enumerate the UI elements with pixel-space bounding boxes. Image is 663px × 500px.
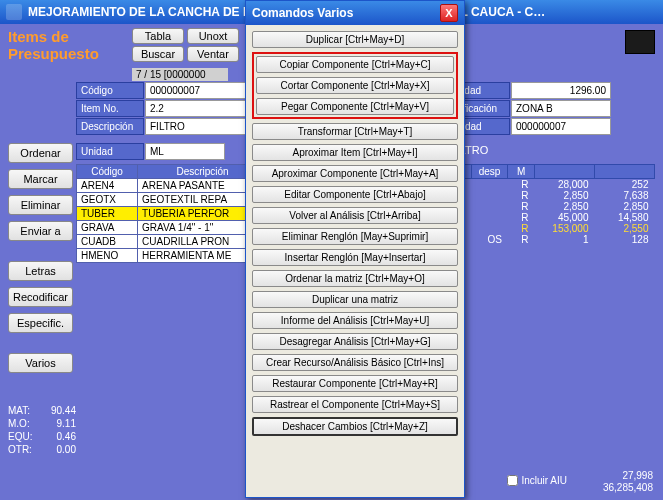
stat-value: 90.44 [40, 404, 76, 417]
unoxt-button[interactable]: Unoxt [187, 28, 239, 44]
value-cell [471, 212, 508, 223]
stats-panel: MAT:90.44M.O:9.11EQU:0.46OTR:0.00 [8, 404, 76, 456]
dialog-title: Comandos Varios [252, 6, 440, 20]
value-cell: 28,000 [535, 179, 595, 191]
col-desp-header[interactable]: desp [471, 165, 508, 179]
deshacer-cambios-button[interactable]: Deshacer Cambios [Ctrl+May+Z] [252, 417, 458, 436]
value-cell [471, 201, 508, 212]
value-cell [471, 223, 508, 234]
codigo-label: Código [76, 82, 144, 99]
component-code-cell[interactable]: GRAVA [77, 221, 138, 235]
tabla-button[interactable]: Tabla [132, 28, 184, 44]
stat-label: MAT: [8, 404, 40, 417]
left-action-panel: Ordenar Marcar Eliminar Enviar a Letras … [8, 143, 73, 373]
components-table: Código Descripción AREN4ARENA PASANTEGEO… [76, 164, 268, 263]
stat-value: 9.11 [40, 417, 76, 430]
dialog-body: Duplicar [Ctrl+May+D] Copiar Componente … [246, 25, 464, 442]
table-row[interactable]: CUADBCUADRILLA PRON [77, 235, 268, 249]
totals-panel: 27,998 36,285,408 [603, 470, 653, 494]
incluir-aiu-row: Incluir AIU [507, 475, 567, 486]
actividad-value[interactable]: 000000007 [511, 118, 611, 135]
value-cell: R [508, 201, 535, 212]
value-cell: 2,550 [595, 223, 655, 234]
status-indicator-box [625, 30, 655, 54]
volver-analisis-button[interactable]: Volver al Análisis [Ctrl+Arriba] [252, 207, 458, 224]
especific-button[interactable]: Especific. [8, 313, 73, 333]
pegar-componente-button[interactable]: Pegar Componente [Ctrl+May+V] [256, 98, 454, 115]
transformar-button[interactable]: Transformar [Ctrl+May+T] [252, 123, 458, 140]
buscar-button[interactable]: Buscar [132, 46, 184, 62]
value-cell [471, 190, 508, 201]
desagregar-analisis-button[interactable]: Desagregar Análisis [Ctrl+May+G] [252, 333, 458, 350]
page-heading: Items de Presupuesto [8, 28, 99, 62]
marcar-button[interactable]: Marcar [8, 169, 73, 189]
editar-componente-button[interactable]: Editar Componente [Ctrl+Abajo] [252, 186, 458, 203]
component-code-cell[interactable]: GEOTX [77, 193, 138, 207]
value-cell: R [508, 234, 535, 245]
component-code-cell[interactable]: CUADB [77, 235, 138, 249]
record-navigator[interactable]: 7 / 15 [0000000 [132, 68, 228, 81]
aproximar-item-button[interactable]: Aproximar Item [Ctrl+May+I] [252, 144, 458, 161]
stat-row: OTR:0.00 [8, 443, 76, 456]
app-icon [6, 4, 22, 20]
letras-button[interactable]: Letras [8, 261, 73, 281]
stat-value: 0.46 [40, 430, 76, 443]
heading-line2: Presupuesto [8, 45, 99, 62]
incluir-aiu-checkbox[interactable] [507, 475, 518, 486]
cantidad-value[interactable]: 1296.00 [511, 82, 611, 99]
value-cell: 1 [535, 234, 595, 245]
informe-analisis-button[interactable]: Informe del Análisis [Ctrl+May+U] [252, 312, 458, 329]
table-row[interactable]: TUBERTUBERIA PERFOR [77, 207, 268, 221]
ordenar-button[interactable]: Ordenar [8, 143, 73, 163]
unidad-value[interactable]: ML [145, 143, 225, 160]
recodificar-button[interactable]: Recodificar [8, 287, 73, 307]
value-cell: 252 [595, 179, 655, 191]
aproximar-componente-button[interactable]: Aproximar Componente [Ctrl+May+A] [252, 165, 458, 182]
col-m-header[interactable]: M [508, 165, 535, 179]
stat-label: M.O: [8, 417, 40, 430]
duplicar-button[interactable]: Duplicar [Ctrl+May+D] [252, 31, 458, 48]
table-row[interactable]: GEOTXGEOTEXTIL REPA [77, 193, 268, 207]
value-cell: 2,850 [535, 190, 595, 201]
table-row[interactable]: HMENOHERRAMIENTA ME [77, 249, 268, 263]
ordenar-matriz-button[interactable]: Ordenar la matriz [Ctrl+May+O] [252, 270, 458, 287]
value-cell: 153,000 [535, 223, 595, 234]
descripcion-label: Descripción [76, 118, 144, 135]
stat-row: EQU:0.46 [8, 430, 76, 443]
insertar-renglon-button[interactable]: Insertar Renglón [May+Insertar] [252, 249, 458, 266]
table-row[interactable]: GRAVAGRAVA 1/4" - 1" [77, 221, 268, 235]
duplicar-matriz-button[interactable]: Duplicar una matriz [252, 291, 458, 308]
unidad-row: Unidad ML [76, 143, 225, 160]
value-cell: R [508, 223, 535, 234]
value-cell [471, 179, 508, 191]
component-code-cell[interactable]: AREN4 [77, 179, 138, 193]
enviar-a-button[interactable]: Enviar a [8, 221, 73, 241]
highlighted-group: Copiar Componente [Ctrl+May+C] Cortar Co… [252, 52, 458, 119]
clasificacion-value[interactable]: ZONA B [511, 100, 611, 117]
value-cell: 2,850 [595, 201, 655, 212]
stat-row: M.O:9.11 [8, 417, 76, 430]
table-row[interactable]: AREN4ARENA PASANTE [77, 179, 268, 193]
unidad-label: Unidad [76, 143, 144, 160]
incluir-aiu-label: Incluir AIU [521, 475, 567, 486]
value-cell: R [508, 190, 535, 201]
varios-button[interactable]: Varios [8, 353, 73, 373]
rastrear-componente-button[interactable]: Rastrear el Componente [Ctrl+May+S] [252, 396, 458, 413]
component-code-cell[interactable]: TUBER [77, 207, 138, 221]
heading-line1: Items de [8, 28, 99, 45]
component-code-cell[interactable]: HMENO [77, 249, 138, 263]
cortar-componente-button[interactable]: Cortar Componente [Ctrl+May+X] [256, 77, 454, 94]
dialog-titlebar[interactable]: Comandos Varios X [246, 1, 464, 25]
stat-row: MAT:90.44 [8, 404, 76, 417]
col-codigo-header[interactable]: Código [77, 165, 138, 179]
value-cell: 45,000 [535, 212, 595, 223]
eliminar-renglon-button[interactable]: Eliminar Renglón [May+Suprimir] [252, 228, 458, 245]
crear-recurso-button[interactable]: Crear Recurso/Análisis Básico [Ctrl+Ins] [252, 354, 458, 371]
item-no-label: Item No. [76, 100, 144, 117]
ventar-button[interactable]: Ventar [187, 46, 239, 62]
eliminar-button[interactable]: Eliminar [8, 195, 73, 215]
comandos-varios-dialog: Comandos Varios X Duplicar [Ctrl+May+D] … [245, 0, 465, 498]
close-icon[interactable]: X [440, 4, 458, 22]
copiar-componente-button[interactable]: Copiar Componente [Ctrl+May+C] [256, 56, 454, 73]
restaurar-componente-button[interactable]: Restaurar Componente [Ctrl+May+R] [252, 375, 458, 392]
